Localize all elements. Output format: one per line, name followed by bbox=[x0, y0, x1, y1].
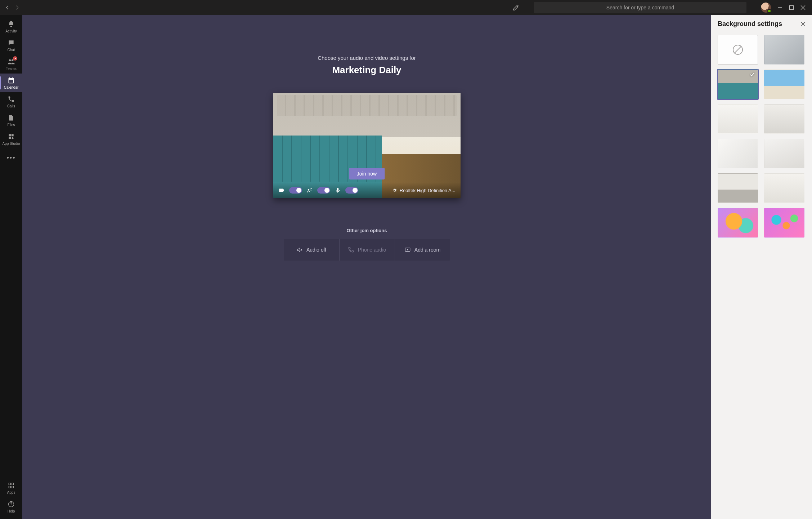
window-minimize-icon[interactable] bbox=[777, 5, 782, 10]
device-settings-button[interactable]: Realtek High Definition A... bbox=[392, 187, 456, 194]
apps-icon bbox=[7, 482, 15, 489]
phone-audio-button: Phone audio bbox=[339, 239, 395, 261]
rail-label: Chat bbox=[7, 48, 15, 52]
bg-option-3[interactable] bbox=[718, 70, 758, 99]
prejoin-prompt: Choose your audio and video settings for bbox=[318, 55, 416, 61]
rail-label: Teams bbox=[6, 67, 16, 71]
bg-option-4[interactable] bbox=[764, 70, 804, 99]
bg-option-6[interactable] bbox=[764, 104, 804, 134]
notification-badge-icon bbox=[13, 56, 17, 61]
rail-label: Help bbox=[8, 509, 15, 513]
presence-available-icon bbox=[767, 9, 771, 13]
mic-icon bbox=[335, 187, 341, 194]
bg-option-5[interactable] bbox=[718, 104, 758, 134]
rail-label: Activity bbox=[5, 29, 17, 33]
calendar-icon bbox=[7, 76, 15, 84]
speaker-off-icon bbox=[296, 247, 303, 253]
prejoin-stage: Choose your audio and video settings for… bbox=[22, 15, 711, 519]
chat-icon bbox=[7, 39, 15, 47]
mic-toggle[interactable] bbox=[345, 187, 358, 194]
rail-label: Apps bbox=[7, 491, 15, 494]
add-room-button[interactable]: Add a room bbox=[395, 239, 450, 261]
window-maximize-icon[interactable] bbox=[789, 5, 794, 10]
bg-option-11[interactable] bbox=[718, 208, 758, 238]
option-label: Phone audio bbox=[358, 247, 386, 253]
help-icon bbox=[7, 500, 15, 508]
check-icon bbox=[750, 72, 755, 77]
bg-option-7[interactable] bbox=[718, 139, 758, 168]
search-placeholder: Search for or type a command bbox=[606, 5, 674, 10]
rail-calendar[interactable]: Calendar bbox=[0, 74, 22, 92]
bell-icon bbox=[7, 20, 15, 28]
rail-activity[interactable]: Activity bbox=[0, 17, 22, 36]
background-effects-icon bbox=[306, 187, 313, 194]
panel-title: Background settings bbox=[718, 20, 782, 28]
bg-option-8[interactable] bbox=[764, 139, 804, 168]
audio-off-button[interactable]: Audio off bbox=[284, 239, 339, 261]
rail-apps[interactable]: Apps bbox=[0, 479, 22, 497]
phone-icon bbox=[7, 95, 15, 103]
bg-option-blur[interactable] bbox=[764, 35, 804, 65]
close-icon[interactable] bbox=[800, 22, 806, 27]
join-now-button[interactable]: Join now bbox=[349, 168, 385, 179]
rail-teams[interactable]: Teams bbox=[0, 55, 22, 74]
appstudio-icon bbox=[7, 133, 15, 141]
background-grid bbox=[711, 31, 812, 245]
more-icon: ••• bbox=[7, 154, 15, 162]
phone-icon bbox=[348, 247, 354, 253]
rail-label: Calls bbox=[7, 104, 15, 108]
background-toggle[interactable] bbox=[317, 187, 330, 194]
rail-appstudio[interactable]: App Studio bbox=[0, 130, 22, 148]
nav-forward-icon[interactable] bbox=[14, 5, 19, 10]
bg-option-10[interactable] bbox=[764, 173, 804, 203]
other-join-options-header: Other join options bbox=[347, 228, 387, 233]
rail-label: Calendar bbox=[4, 85, 19, 89]
search-input[interactable]: Search for or type a command bbox=[534, 2, 746, 13]
video-preview: Join now Realtek High Definition A... bbox=[273, 93, 461, 198]
room-icon bbox=[404, 247, 411, 253]
rail-label: App Studio bbox=[3, 142, 20, 146]
camera-icon bbox=[278, 187, 285, 194]
other-join-options: Audio off Phone audio Add a room bbox=[284, 239, 450, 261]
bg-option-9[interactable] bbox=[718, 173, 758, 203]
none-icon bbox=[732, 44, 744, 56]
window-close-icon[interactable] bbox=[800, 5, 806, 10]
gear-icon bbox=[392, 187, 397, 194]
svg-point-1 bbox=[15, 58, 16, 59]
rail-help[interactable]: Help bbox=[0, 497, 22, 516]
meeting-title: Marketing Daily bbox=[332, 65, 401, 76]
svg-point-3 bbox=[308, 189, 309, 191]
svg-rect-0 bbox=[790, 6, 794, 10]
file-icon bbox=[7, 114, 15, 122]
option-label: Add a room bbox=[414, 247, 440, 253]
titlebar: Search for or type a command bbox=[0, 0, 812, 15]
device-label: Realtek High Definition A... bbox=[400, 188, 456, 193]
rail-more[interactable]: ••• bbox=[0, 148, 22, 167]
background-settings-panel: Background settings bbox=[711, 15, 812, 519]
rail-label: Files bbox=[7, 123, 15, 127]
profile-avatar[interactable] bbox=[761, 3, 771, 13]
bg-option-none[interactable] bbox=[718, 35, 758, 65]
app-rail: Activity Chat Teams Calendar Calls Files… bbox=[0, 15, 22, 519]
rail-calls[interactable]: Calls bbox=[0, 92, 22, 111]
option-label: Audio off bbox=[306, 247, 326, 253]
camera-toggle[interactable] bbox=[289, 187, 302, 194]
rail-files[interactable]: Files bbox=[0, 111, 22, 130]
preview-toolbar: Realtek High Definition A... bbox=[273, 182, 461, 198]
bg-option-12[interactable] bbox=[764, 208, 804, 238]
rail-chat[interactable]: Chat bbox=[0, 36, 22, 55]
compose-icon[interactable] bbox=[512, 4, 520, 11]
nav-back-icon[interactable] bbox=[5, 5, 10, 10]
